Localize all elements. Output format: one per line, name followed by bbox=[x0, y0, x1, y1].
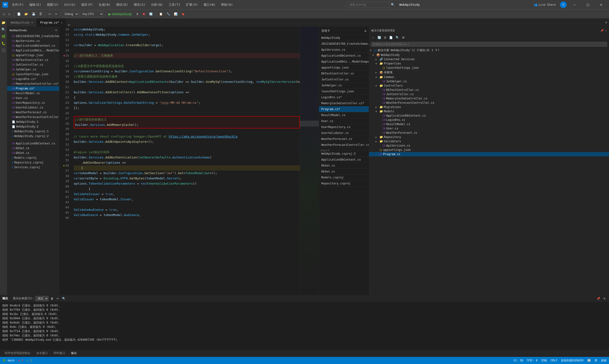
opt-item-appsettings[interactable]: appsettings.json bbox=[319, 65, 369, 71]
maximize-btn[interactable]: □ bbox=[582, 0, 593, 10]
file-item-appdbcontext[interactable]: C# ApplicationDbContext.cs bbox=[7, 43, 59, 48]
toolbar-new[interactable]: 📄 bbox=[16, 12, 22, 16]
file-item-apiversions[interactable]: C# ApiVersions.cs bbox=[7, 39, 59, 43]
se-settings-btn[interactable]: ⚙ bbox=[401, 36, 406, 40]
tab-dropdown[interactable]: ▼ bbox=[604, 19, 609, 27]
se-search-input[interactable] bbox=[371, 42, 607, 47]
file-item-weatherctrl[interactable]: C# WeatherForecastController.cs bbox=[7, 115, 59, 119]
tab-add[interactable]: ⊞ bbox=[66, 19, 72, 27]
se-sync-btn[interactable]: ↔ bbox=[371, 36, 376, 40]
file-item-weather[interactable]: C# WeatherForecast.cs bbox=[7, 110, 59, 115]
opt-item-appdbcontext[interactable]: ApplicationDbContext.cs bbox=[319, 53, 369, 59]
file-item-resultmodel[interactable]: C# ResultModel.cs bbox=[7, 91, 59, 96]
se-close-icon[interactable]: ✕ bbox=[605, 29, 607, 32]
menu-tools[interactable]: 工具(T) bbox=[167, 2, 182, 8]
se-appdbcontext[interactable]: C# ApplicationDbContext.cs bbox=[369, 114, 609, 118]
activity-debug[interactable]: 🐛 bbox=[1, 40, 6, 46]
menu-view[interactable]: 视图(V) bbox=[45, 2, 60, 8]
toolbar-extra1[interactable]: 📋 bbox=[158, 12, 164, 16]
menu-file[interactable]: 文件(F) bbox=[10, 2, 26, 8]
menu-build[interactable]: 生成(B) bbox=[97, 2, 112, 8]
file-item-program[interactable]: C# Program.cs* bbox=[7, 86, 59, 91]
minimize-btn[interactable]: — bbox=[569, 0, 580, 10]
file-item-webapi2[interactable]: 📄 WebApiStudy:2 bbox=[7, 124, 59, 129]
tab-program[interactable]: Program.cs* ✕ bbox=[37, 19, 66, 27]
file-item-launchsettings[interactable]: {} launchSettings.json bbox=[7, 72, 59, 77]
activity-search[interactable]: 🔍 bbox=[1, 27, 6, 32]
file-item-csproj2[interactable]: ⚙ WebApiStudy.csproj:2 bbox=[7, 134, 59, 139]
se-properties[interactable]: ▼ 📁 Properties bbox=[369, 61, 609, 66]
opt-item-repocsproj[interactable]: Models.csproj bbox=[319, 175, 369, 181]
bottom-tab-cmdwindow[interactable]: 命令窗口 bbox=[34, 350, 50, 357]
se-weatherforecast[interactable]: C# WeatherForecast.cs bbox=[369, 130, 609, 135]
activity-extensions[interactable]: ⬛ bbox=[1, 47, 6, 53]
output-source-select[interactable]: 调试 bbox=[35, 296, 49, 301]
file-item-snapshot[interactable]: C# ApplicationDbCo...ModelSnapshot.cs bbox=[7, 48, 59, 53]
se-connected-services[interactable]: ▶ 🔗 Connected Services bbox=[369, 57, 609, 61]
file-explorer-dropdown[interactable]: ▼ bbox=[55, 29, 57, 32]
se-pin-icon[interactable]: 📌 bbox=[600, 29, 604, 32]
se-dbtestctrl[interactable]: C# DbTestController.cs bbox=[369, 88, 609, 92]
se-repository[interactable]: ▶ 📁 Repository bbox=[369, 135, 609, 139]
toolbar-open[interactable]: 📂 bbox=[23, 12, 29, 16]
code-lines[interactable]: using WebApiStudy; using static WebApiSt… bbox=[73, 27, 300, 295]
pause-btn[interactable]: ⏸ bbox=[134, 12, 140, 16]
se-program[interactable]: C# Program.cs bbox=[369, 152, 609, 156]
menu-test[interactable]: 测试(S) bbox=[132, 2, 147, 8]
bottom-tab-output[interactable]: 输出 bbox=[69, 350, 79, 357]
file-item-logindto[interactable]: C# LoginDto.cs* bbox=[7, 77, 59, 81]
se-jwtctrl[interactable]: C# JwtController.cs bbox=[369, 92, 609, 96]
toolbar-back[interactable]: ◁ bbox=[1, 12, 6, 16]
file-item-uservalidator[interactable]: C# UserValidator.cs bbox=[7, 105, 59, 110]
se-logindto[interactable]: C# LoginDto.cs bbox=[369, 118, 609, 122]
toolbar-extra4[interactable]: 🔖 bbox=[180, 12, 186, 16]
tab-program-close[interactable]: ✕ bbox=[61, 21, 62, 24]
opt-item-dbtestctrl[interactable]: DbTestController.cs bbox=[319, 71, 369, 77]
file-item-jwthelper[interactable]: C# JwtHelper.cs bbox=[7, 67, 59, 72]
se-validators[interactable]: ▶ 📁 Validators bbox=[369, 139, 609, 143]
menu-window[interactable]: 窗口(W) bbox=[202, 2, 217, 8]
out-clear-btn[interactable]: 🗑 bbox=[50, 297, 54, 301]
opt-item-createschema[interactable]: 20221020101704_CreateSchema.cs bbox=[319, 41, 369, 47]
live-share-btn[interactable]: 👥 Live Share bbox=[532, 2, 557, 7]
bottom-tab-packagemgr[interactable]: 程序包管理器控制台 bbox=[2, 350, 33, 357]
options-gear-icon[interactable]: ⚙ bbox=[364, 29, 366, 33]
se-user[interactable]: C# User.cs bbox=[369, 126, 609, 130]
menu-project[interactable]: 项目(P) bbox=[79, 2, 95, 8]
opt-item-jwtctrl[interactable]: JwtController.cs bbox=[319, 77, 369, 83]
tab-webapi-dropdown[interactable]: ▼ bbox=[31, 21, 33, 24]
opt-item-webapi[interactable]: WebApiStudy bbox=[319, 35, 369, 41]
se-show-files-btn[interactable]: 📄 bbox=[388, 36, 394, 40]
se-resultmodel[interactable]: C# ResultModel.cs bbox=[369, 122, 609, 126]
se-dependencies[interactable]: ▶ 📦 依赖项 bbox=[369, 70, 609, 75]
status-errors[interactable]: ✖ 0 bbox=[18, 359, 23, 362]
toolbar-undo[interactable]: ↩ bbox=[47, 12, 52, 16]
file-item-memorycache[interactable]: C# MemoryCacheController.cs* bbox=[7, 81, 59, 86]
stop-btn[interactable]: ⏹ bbox=[141, 12, 147, 16]
output-close-btn[interactable]: ✕ bbox=[602, 297, 607, 301]
bottom-tab-immediate[interactable]: 即时窗口 bbox=[52, 350, 67, 357]
menu-help[interactable]: 帮助(H) bbox=[219, 2, 234, 8]
file-item-csproj1[interactable]: ⚙ WebApiStudy.csproj:1 bbox=[7, 129, 59, 134]
debug-mode-select[interactable]: Debug bbox=[62, 11, 79, 17]
menu-debug[interactable]: 调试(D) bbox=[114, 2, 130, 8]
search-box[interactable] bbox=[347, 2, 390, 8]
status-warnings[interactable]: ⚠ 2 bbox=[27, 359, 32, 362]
opt-item-resultmodel[interactable]: ResultModel.cs bbox=[319, 112, 369, 118]
opt-item-modelscsproj[interactable]: DbSet.cs bbox=[319, 169, 369, 175]
opt-item-launchsettings[interactable]: launchSettings.json bbox=[319, 89, 369, 94]
toolbar-redo[interactable]: ↪ bbox=[53, 12, 59, 16]
platform-select[interactable]: Any CPU bbox=[80, 11, 104, 17]
file-item-dbset2[interactable]: C# DbSet.cs bbox=[7, 151, 59, 155]
user-avatar[interactable]: U bbox=[560, 1, 567, 8]
code-area[interactable]: 10 11 12 13 14 ●15 16 17 18 19 20 21 bbox=[59, 27, 300, 295]
se-weatherctrl[interactable]: C# WeatherForecastController.cs bbox=[369, 101, 609, 105]
se-controllers[interactable]: ▼ 📁 Controllers bbox=[369, 83, 609, 88]
out-search-btn[interactable]: 🔍 bbox=[61, 297, 67, 301]
opt-item-memorycache[interactable]: MemoryCacheController.cs* bbox=[319, 100, 369, 106]
opt-item-servicescsproj[interactable]: Repository.csproj bbox=[319, 181, 369, 186]
run-button[interactable]: ▶ WebApiStudy bbox=[107, 12, 133, 17]
se-appsettings[interactable]: {} appsettings.json bbox=[369, 148, 609, 152]
activity-explorer[interactable]: 📁 bbox=[1, 20, 6, 26]
status-add-source[interactable]: 添加到源代码控件 bbox=[561, 359, 584, 363]
